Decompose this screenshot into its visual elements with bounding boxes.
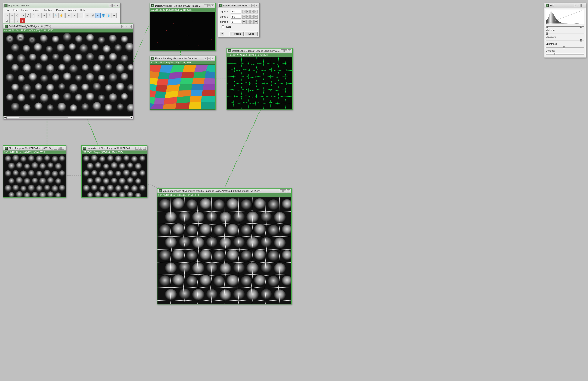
scroll-right-btn[interactable]: ▶ bbox=[130, 116, 133, 119]
sigma-y-lt[interactable]: < bbox=[246, 15, 250, 19]
max-images-canvas[interactable] bbox=[157, 197, 291, 304]
sigma-y-ltlt[interactable]: << bbox=[242, 15, 246, 19]
main-minimize-btn[interactable]: – bbox=[121, 25, 124, 28]
brightness-track[interactable] bbox=[546, 47, 584, 48]
tool-sk[interactable]: Sk. bbox=[72, 13, 78, 18]
sigma-y-gt[interactable]: > bbox=[251, 15, 254, 19]
main-maximize-btn[interactable]: □ bbox=[125, 25, 128, 28]
menu-help[interactable]: Help bbox=[78, 8, 86, 12]
normalize-canvas[interactable] bbox=[82, 154, 147, 197]
done-button[interactable]: Done bbox=[245, 32, 258, 36]
main-image-scrollbar[interactable]: ◀ ▶ bbox=[3, 116, 133, 119]
clijx-close[interactable]: × bbox=[61, 147, 64, 150]
sigma-z-gtgt[interactable]: >> bbox=[254, 20, 258, 24]
sigma-y-gtgt[interactable]: >> bbox=[254, 15, 258, 19]
sigma-z-lt[interactable]: < bbox=[246, 20, 250, 24]
tool-pencil[interactable]: ✏ bbox=[85, 13, 90, 18]
tool-hand[interactable]: ✋ bbox=[59, 13, 64, 18]
tool-brush[interactable]: 🖌 bbox=[90, 13, 95, 18]
sigma-z-gt[interactable]: > bbox=[251, 20, 254, 24]
label-edges-minimize[interactable]: – bbox=[281, 49, 284, 52]
menu-image[interactable]: Image bbox=[20, 8, 30, 12]
bc-close[interactable]: × bbox=[581, 4, 584, 7]
bc-handle-1-left[interactable] bbox=[546, 26, 548, 28]
extend-labeling-canvas[interactable] bbox=[150, 65, 215, 110]
extend-minimize[interactable]: – bbox=[204, 57, 207, 60]
tool-angle[interactable]: ∠ bbox=[31, 13, 36, 18]
tool-zoom[interactable]: 🔍 bbox=[53, 13, 59, 18]
sigma-x-gtgt[interactable]: >> bbox=[254, 10, 258, 13]
bc-minimize[interactable]: – bbox=[574, 4, 577, 7]
menu-process[interactable]: Process bbox=[30, 8, 42, 12]
tool-line[interactable]: ╱ bbox=[25, 13, 31, 18]
contrast-slider[interactable] bbox=[546, 52, 584, 56]
bc-track-1[interactable] bbox=[546, 26, 584, 27]
detect-dialog-minimize[interactable]: – bbox=[248, 4, 251, 7]
detect-image-maximize[interactable]: □ bbox=[208, 4, 210, 7]
scroll-track[interactable] bbox=[6, 116, 130, 119]
normalize-minimize[interactable]: – bbox=[135, 147, 138, 150]
sigma-x-ltlt[interactable]: << bbox=[242, 10, 246, 13]
sigma-x-input[interactable] bbox=[231, 10, 241, 13]
tool-oval[interactable]: ○ bbox=[9, 13, 15, 18]
minimum-slider[interactable] bbox=[546, 32, 584, 35]
invert-checkbox[interactable] bbox=[222, 25, 224, 28]
normalize-close[interactable]: × bbox=[143, 147, 146, 150]
tool-extra[interactable]: ▶ bbox=[20, 18, 25, 23]
max-images-minimize[interactable]: – bbox=[280, 189, 283, 192]
sigma-x-gt[interactable]: > bbox=[251, 10, 254, 13]
maximum-slider[interactable] bbox=[546, 39, 584, 42]
scroll-thumb[interactable] bbox=[19, 117, 68, 118]
detect-preview-canvas[interactable] bbox=[150, 12, 215, 50]
tool-free[interactable]: 〜 bbox=[20, 13, 25, 18]
label-edges-maximize[interactable]: □ bbox=[284, 49, 287, 52]
clijx-maximize[interactable]: □ bbox=[58, 147, 61, 150]
bc-handle-1-right[interactable] bbox=[580, 26, 582, 28]
tool-dev[interactable]: Dev. bbox=[65, 13, 72, 18]
normalize-maximize[interactable]: □ bbox=[139, 147, 142, 150]
tool-eraser[interactable]: ⊘ bbox=[96, 13, 101, 18]
min-track[interactable] bbox=[546, 33, 584, 34]
tool-crosshair[interactable]: ⊹ bbox=[9, 18, 15, 23]
tool-point[interactable]: · bbox=[36, 13, 41, 18]
detect-dialog-close[interactable]: × bbox=[255, 4, 258, 7]
extend-maximize[interactable]: □ bbox=[208, 57, 210, 60]
fiji-close-btn[interactable]: × bbox=[116, 4, 119, 7]
tool-lut[interactable]: LUT bbox=[78, 13, 83, 18]
tool-bucket[interactable]: 🪣 bbox=[101, 13, 106, 18]
main-close-btn[interactable]: × bbox=[129, 25, 132, 28]
brightness-handle[interactable] bbox=[563, 46, 565, 48]
label-edges-close[interactable]: × bbox=[288, 49, 291, 52]
sigma-z-input[interactable] bbox=[231, 20, 241, 24]
contrast-track[interactable] bbox=[546, 54, 584, 55]
scroll-left-btn[interactable]: ◀ bbox=[3, 116, 6, 119]
brightness-slider[interactable] bbox=[546, 45, 584, 49]
tool-eyedrop[interactable]: 💧 bbox=[106, 13, 111, 18]
tool-zoom2[interactable]: ⊕ bbox=[111, 13, 117, 18]
menu-window[interactable]: Window bbox=[66, 8, 78, 12]
extend-close[interactable]: × bbox=[211, 57, 214, 60]
fiji-minimize-btn[interactable]: – bbox=[109, 4, 112, 7]
main-image-canvas[interactable] bbox=[3, 32, 133, 116]
sigma-y-input[interactable] bbox=[231, 15, 241, 19]
tool-text[interactable]: A bbox=[47, 13, 52, 18]
bc-slider-1[interactable] bbox=[546, 25, 584, 28]
detect-dialog-maximize[interactable]: □ bbox=[252, 4, 254, 7]
max-handle[interactable] bbox=[580, 39, 582, 42]
tool-rect[interactable]: ▭ bbox=[4, 13, 9, 18]
max-track[interactable] bbox=[546, 40, 584, 41]
label-edges-canvas[interactable] bbox=[227, 57, 292, 110]
tool-wand[interactable]: ✦ bbox=[42, 13, 47, 18]
max-images-maximize[interactable]: □ bbox=[283, 189, 286, 192]
detect-image-close[interactable]: × bbox=[211, 4, 214, 7]
tool-scroll[interactable]: ⊞ bbox=[4, 18, 9, 23]
menu-edit[interactable]: Edit bbox=[12, 8, 19, 12]
bc-maximize[interactable]: □ bbox=[578, 4, 581, 7]
tool-poly[interactable]: ⬠ bbox=[15, 13, 20, 18]
clijx-canvas[interactable] bbox=[3, 154, 66, 197]
clijx-minimize[interactable]: – bbox=[54, 147, 57, 150]
max-images-close[interactable]: × bbox=[287, 189, 290, 192]
menu-analyze[interactable]: Analyze bbox=[42, 8, 54, 12]
fiji-maximize-btn[interactable]: □ bbox=[112, 4, 115, 7]
sigma-x-lt[interactable]: < bbox=[246, 10, 250, 13]
